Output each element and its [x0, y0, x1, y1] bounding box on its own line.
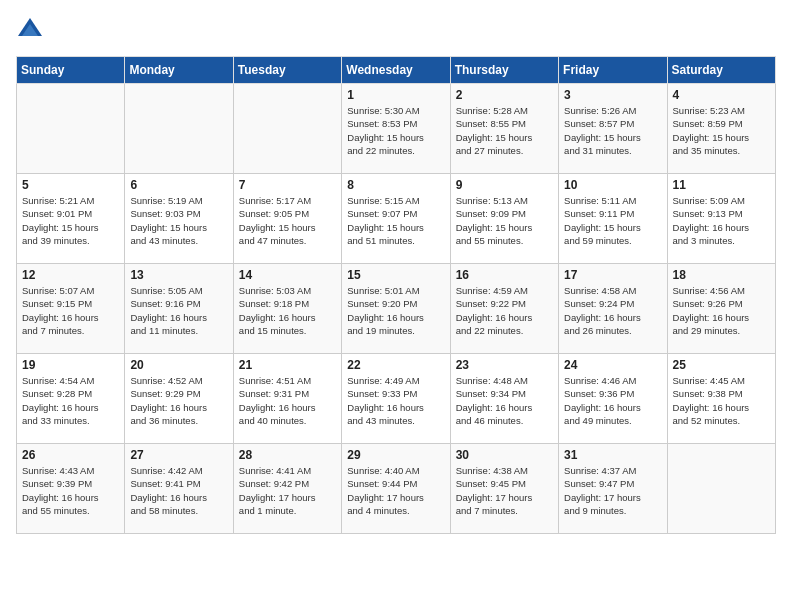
calendar-cell: 23Sunrise: 4:48 AM Sunset: 9:34 PM Dayli… [450, 354, 558, 444]
calendar-cell: 7Sunrise: 5:17 AM Sunset: 9:05 PM Daylig… [233, 174, 341, 264]
day-number: 16 [456, 268, 553, 282]
day-number: 23 [456, 358, 553, 372]
day-number: 5 [22, 178, 119, 192]
calendar-cell: 12Sunrise: 5:07 AM Sunset: 9:15 PM Dayli… [17, 264, 125, 354]
cell-info: Sunrise: 5:13 AM Sunset: 9:09 PM Dayligh… [456, 194, 553, 247]
cell-info: Sunrise: 5:23 AM Sunset: 8:59 PM Dayligh… [673, 104, 770, 157]
day-number: 11 [673, 178, 770, 192]
day-number: 15 [347, 268, 444, 282]
cell-info: Sunrise: 5:15 AM Sunset: 9:07 PM Dayligh… [347, 194, 444, 247]
calendar-cell: 20Sunrise: 4:52 AM Sunset: 9:29 PM Dayli… [125, 354, 233, 444]
cell-info: Sunrise: 4:45 AM Sunset: 9:38 PM Dayligh… [673, 374, 770, 427]
day-number: 18 [673, 268, 770, 282]
weekday-header-row: SundayMondayTuesdayWednesdayThursdayFrid… [17, 57, 776, 84]
page-header [16, 16, 776, 44]
cell-info: Sunrise: 5:07 AM Sunset: 9:15 PM Dayligh… [22, 284, 119, 337]
calendar-cell: 18Sunrise: 4:56 AM Sunset: 9:26 PM Dayli… [667, 264, 775, 354]
day-number: 29 [347, 448, 444, 462]
weekday-header-sunday: Sunday [17, 57, 125, 84]
day-number: 28 [239, 448, 336, 462]
cell-info: Sunrise: 5:05 AM Sunset: 9:16 PM Dayligh… [130, 284, 227, 337]
calendar-cell: 17Sunrise: 4:58 AM Sunset: 9:24 PM Dayli… [559, 264, 667, 354]
calendar-week-row: 5Sunrise: 5:21 AM Sunset: 9:01 PM Daylig… [17, 174, 776, 264]
calendar-cell: 11Sunrise: 5:09 AM Sunset: 9:13 PM Dayli… [667, 174, 775, 264]
calendar-cell: 15Sunrise: 5:01 AM Sunset: 9:20 PM Dayli… [342, 264, 450, 354]
day-number: 22 [347, 358, 444, 372]
calendar-cell: 26Sunrise: 4:43 AM Sunset: 9:39 PM Dayli… [17, 444, 125, 534]
cell-info: Sunrise: 4:42 AM Sunset: 9:41 PM Dayligh… [130, 464, 227, 517]
day-number: 10 [564, 178, 661, 192]
calendar-cell: 5Sunrise: 5:21 AM Sunset: 9:01 PM Daylig… [17, 174, 125, 264]
calendar-cell: 1Sunrise: 5:30 AM Sunset: 8:53 PM Daylig… [342, 84, 450, 174]
cell-info: Sunrise: 5:17 AM Sunset: 9:05 PM Dayligh… [239, 194, 336, 247]
cell-info: Sunrise: 5:03 AM Sunset: 9:18 PM Dayligh… [239, 284, 336, 337]
cell-info: Sunrise: 5:09 AM Sunset: 9:13 PM Dayligh… [673, 194, 770, 247]
calendar-cell: 4Sunrise: 5:23 AM Sunset: 8:59 PM Daylig… [667, 84, 775, 174]
day-number: 30 [456, 448, 553, 462]
cell-info: Sunrise: 5:11 AM Sunset: 9:11 PM Dayligh… [564, 194, 661, 247]
weekday-header-tuesday: Tuesday [233, 57, 341, 84]
calendar-cell: 31Sunrise: 4:37 AM Sunset: 9:47 PM Dayli… [559, 444, 667, 534]
calendar-cell: 10Sunrise: 5:11 AM Sunset: 9:11 PM Dayli… [559, 174, 667, 264]
weekday-header-saturday: Saturday [667, 57, 775, 84]
calendar-cell: 6Sunrise: 5:19 AM Sunset: 9:03 PM Daylig… [125, 174, 233, 264]
day-number: 20 [130, 358, 227, 372]
cell-info: Sunrise: 4:41 AM Sunset: 9:42 PM Dayligh… [239, 464, 336, 517]
weekday-header-wednesday: Wednesday [342, 57, 450, 84]
day-number: 14 [239, 268, 336, 282]
cell-info: Sunrise: 4:48 AM Sunset: 9:34 PM Dayligh… [456, 374, 553, 427]
day-number: 17 [564, 268, 661, 282]
day-number: 1 [347, 88, 444, 102]
calendar-cell: 13Sunrise: 5:05 AM Sunset: 9:16 PM Dayli… [125, 264, 233, 354]
cell-info: Sunrise: 4:37 AM Sunset: 9:47 PM Dayligh… [564, 464, 661, 517]
day-number: 31 [564, 448, 661, 462]
calendar-cell: 24Sunrise: 4:46 AM Sunset: 9:36 PM Dayli… [559, 354, 667, 444]
day-number: 8 [347, 178, 444, 192]
cell-info: Sunrise: 4:46 AM Sunset: 9:36 PM Dayligh… [564, 374, 661, 427]
weekday-header-friday: Friday [559, 57, 667, 84]
cell-info: Sunrise: 5:01 AM Sunset: 9:20 PM Dayligh… [347, 284, 444, 337]
cell-info: Sunrise: 5:30 AM Sunset: 8:53 PM Dayligh… [347, 104, 444, 157]
weekday-header-monday: Monday [125, 57, 233, 84]
day-number: 21 [239, 358, 336, 372]
day-number: 19 [22, 358, 119, 372]
day-number: 6 [130, 178, 227, 192]
cell-info: Sunrise: 4:43 AM Sunset: 9:39 PM Dayligh… [22, 464, 119, 517]
calendar-cell: 21Sunrise: 4:51 AM Sunset: 9:31 PM Dayli… [233, 354, 341, 444]
calendar-cell: 25Sunrise: 4:45 AM Sunset: 9:38 PM Dayli… [667, 354, 775, 444]
calendar-cell: 29Sunrise: 4:40 AM Sunset: 9:44 PM Dayli… [342, 444, 450, 534]
calendar-cell: 8Sunrise: 5:15 AM Sunset: 9:07 PM Daylig… [342, 174, 450, 264]
cell-info: Sunrise: 5:28 AM Sunset: 8:55 PM Dayligh… [456, 104, 553, 157]
calendar-week-row: 12Sunrise: 5:07 AM Sunset: 9:15 PM Dayli… [17, 264, 776, 354]
day-number: 27 [130, 448, 227, 462]
cell-info: Sunrise: 5:19 AM Sunset: 9:03 PM Dayligh… [130, 194, 227, 247]
calendar-cell: 2Sunrise: 5:28 AM Sunset: 8:55 PM Daylig… [450, 84, 558, 174]
day-number: 2 [456, 88, 553, 102]
day-number: 24 [564, 358, 661, 372]
weekday-header-thursday: Thursday [450, 57, 558, 84]
calendar-cell: 16Sunrise: 4:59 AM Sunset: 9:22 PM Dayli… [450, 264, 558, 354]
logo [16, 16, 48, 44]
calendar-cell: 27Sunrise: 4:42 AM Sunset: 9:41 PM Dayli… [125, 444, 233, 534]
cell-info: Sunrise: 5:21 AM Sunset: 9:01 PM Dayligh… [22, 194, 119, 247]
calendar-cell: 14Sunrise: 5:03 AM Sunset: 9:18 PM Dayli… [233, 264, 341, 354]
day-number: 25 [673, 358, 770, 372]
calendar-cell: 22Sunrise: 4:49 AM Sunset: 9:33 PM Dayli… [342, 354, 450, 444]
cell-info: Sunrise: 4:58 AM Sunset: 9:24 PM Dayligh… [564, 284, 661, 337]
calendar-table: SundayMondayTuesdayWednesdayThursdayFrid… [16, 56, 776, 534]
day-number: 26 [22, 448, 119, 462]
calendar-cell: 30Sunrise: 4:38 AM Sunset: 9:45 PM Dayli… [450, 444, 558, 534]
calendar-cell: 3Sunrise: 5:26 AM Sunset: 8:57 PM Daylig… [559, 84, 667, 174]
calendar-week-row: 26Sunrise: 4:43 AM Sunset: 9:39 PM Dayli… [17, 444, 776, 534]
calendar-cell [233, 84, 341, 174]
cell-info: Sunrise: 4:52 AM Sunset: 9:29 PM Dayligh… [130, 374, 227, 427]
calendar-week-row: 1Sunrise: 5:30 AM Sunset: 8:53 PM Daylig… [17, 84, 776, 174]
calendar-cell [125, 84, 233, 174]
cell-info: Sunrise: 5:26 AM Sunset: 8:57 PM Dayligh… [564, 104, 661, 157]
cell-info: Sunrise: 4:56 AM Sunset: 9:26 PM Dayligh… [673, 284, 770, 337]
calendar-week-row: 19Sunrise: 4:54 AM Sunset: 9:28 PM Dayli… [17, 354, 776, 444]
cell-info: Sunrise: 4:51 AM Sunset: 9:31 PM Dayligh… [239, 374, 336, 427]
day-number: 3 [564, 88, 661, 102]
cell-info: Sunrise: 4:40 AM Sunset: 9:44 PM Dayligh… [347, 464, 444, 517]
cell-info: Sunrise: 4:38 AM Sunset: 9:45 PM Dayligh… [456, 464, 553, 517]
